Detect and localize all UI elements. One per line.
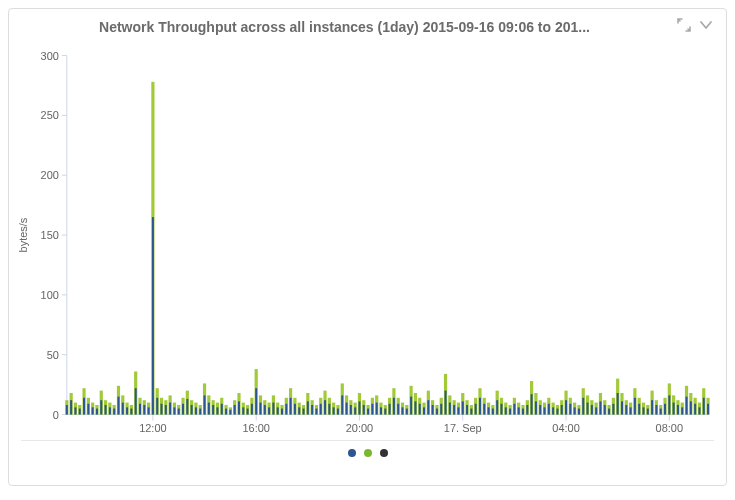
svg-rect-307 (617, 393, 619, 415)
svg-rect-283 (513, 404, 515, 415)
svg-rect-239 (324, 400, 326, 414)
svg-rect-196 (139, 404, 141, 415)
svg-rect-311 (634, 398, 636, 415)
svg-rect-258 (406, 409, 408, 415)
svg-rect-313 (643, 407, 645, 414)
svg-rect-328 (707, 404, 709, 415)
svg-rect-233 (298, 407, 300, 414)
legend-dot-series-a[interactable] (348, 449, 356, 457)
svg-rect-206 (182, 404, 184, 415)
svg-rect-321 (677, 405, 679, 415)
svg-rect-320 (673, 403, 675, 415)
svg-text:300: 300 (41, 50, 59, 62)
svg-rect-324 (690, 401, 692, 414)
svg-rect-253 (384, 409, 386, 415)
svg-text:50: 50 (47, 349, 59, 361)
svg-rect-205 (178, 409, 180, 415)
svg-text:0: 0 (53, 409, 59, 421)
svg-rect-272 (466, 405, 468, 415)
svg-text:08:00: 08:00 (656, 422, 683, 434)
svg-rect-209 (195, 407, 197, 414)
svg-rect-208 (191, 405, 193, 415)
svg-rect-288 (535, 401, 537, 414)
svg-text:250: 250 (41, 109, 59, 121)
svg-rect-223 (255, 388, 257, 414)
svg-rect-263 (427, 400, 429, 414)
svg-rect-255 (393, 398, 395, 415)
svg-rect-202 (165, 405, 167, 415)
svg-rect-312 (638, 404, 640, 415)
svg-rect-319 (668, 395, 670, 414)
svg-rect-245 (350, 405, 352, 415)
svg-rect-293 (556, 409, 558, 415)
svg-rect-192 (122, 403, 124, 415)
svg-rect-220 (242, 407, 244, 414)
svg-rect-281 (505, 407, 507, 414)
svg-text:200: 200 (41, 169, 59, 181)
svg-rect-266 (440, 404, 442, 415)
svg-rect-237 (315, 409, 317, 415)
svg-rect-227 (272, 403, 274, 415)
svg-rect-280 (500, 404, 502, 415)
chart-area: 050100150200250300bytes/s12:0016:0020:00… (9, 37, 726, 467)
svg-rect-187 (100, 400, 102, 414)
svg-rect-217 (229, 410, 231, 415)
expand-icon[interactable] (676, 17, 692, 37)
svg-rect-274 (475, 404, 477, 415)
svg-rect-323 (686, 397, 688, 415)
svg-rect-198 (148, 407, 150, 414)
svg-rect-181 (74, 407, 76, 414)
legend-dot-series-c[interactable] (380, 449, 388, 457)
chart-panel: Network Throughput across all instances … (8, 8, 727, 486)
svg-text:04:00: 04:00 (552, 422, 579, 434)
svg-rect-318 (664, 404, 666, 415)
svg-rect-221 (247, 409, 249, 415)
svg-rect-315 (651, 400, 653, 414)
svg-rect-301 (591, 405, 593, 415)
svg-rect-295 (565, 400, 567, 414)
svg-rect-257 (402, 407, 404, 414)
svg-rect-246 (354, 407, 356, 414)
svg-rect-250 (371, 404, 373, 415)
svg-rect-249 (367, 409, 369, 415)
svg-rect-279 (496, 400, 498, 414)
svg-rect-268 (449, 403, 451, 415)
svg-rect-182 (79, 409, 81, 415)
svg-rect-252 (380, 407, 382, 414)
svg-rect-180 (70, 400, 72, 414)
svg-rect-215 (221, 404, 223, 415)
svg-rect-243 (341, 395, 343, 414)
svg-rect-286 (526, 405, 528, 415)
svg-rect-316 (655, 405, 657, 415)
panel-title: Network Throughput across all instances … (21, 19, 668, 35)
chevron-down-icon[interactable] (698, 17, 714, 37)
legend (9, 443, 726, 461)
svg-rect-228 (277, 407, 279, 414)
svg-rect-267 (445, 391, 447, 415)
legend-dot-series-b[interactable] (364, 449, 372, 457)
svg-rect-211 (204, 395, 206, 414)
svg-rect-226 (268, 407, 270, 414)
svg-rect-224 (259, 403, 261, 415)
svg-rect-219 (238, 401, 240, 414)
svg-text:12:00: 12:00 (139, 422, 166, 434)
svg-rect-200 (156, 398, 158, 415)
svg-rect-273 (470, 409, 472, 415)
svg-rect-308 (621, 401, 623, 414)
svg-rect-195 (135, 388, 137, 414)
svg-rect-179 (66, 405, 68, 415)
svg-rect-214 (216, 407, 218, 414)
svg-text:20:00: 20:00 (346, 422, 373, 434)
svg-rect-194 (130, 409, 132, 415)
svg-rect-207 (186, 399, 188, 415)
svg-rect-247 (358, 401, 360, 414)
svg-rect-322 (681, 407, 683, 414)
svg-rect-225 (264, 405, 266, 415)
svg-rect-278 (492, 409, 494, 415)
svg-rect-259 (410, 397, 412, 415)
svg-rect-290 (544, 407, 546, 414)
svg-rect-201 (161, 404, 163, 415)
svg-rect-190 (113, 409, 115, 415)
svg-rect-240 (328, 404, 330, 415)
svg-rect-292 (552, 407, 554, 414)
